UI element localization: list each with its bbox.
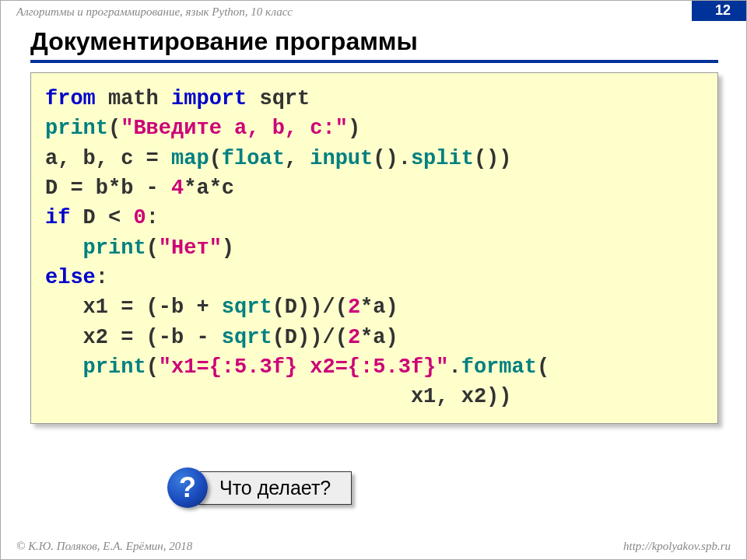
footer-url: http://kpolyakov.spb.ru	[623, 540, 731, 553]
code-block: from math import sqrt print("Введите a, …	[30, 72, 718, 424]
question-row: ? Что делает?	[167, 467, 352, 508]
page-number: 12	[715, 2, 731, 19]
code-line-5: if D < 0:	[45, 203, 703, 233]
code-line-3: a, b, c = map(float, input().split())	[45, 144, 703, 173]
code-line-11: x1, x2))	[45, 382, 703, 411]
code-line-4: D = b*b - 4*a*c	[45, 173, 703, 203]
code-line-7: else:	[45, 263, 703, 292]
title-underline	[30, 60, 718, 63]
code-line-6: print("Нет")	[45, 233, 703, 263]
code-line-8: x1 = (-b + sqrt(D))/(2*a)	[45, 292, 703, 322]
footer-copyright: © К.Ю. Поляков, Е.А. Ерёмин, 2018	[16, 540, 192, 553]
question-text: Что делает?	[198, 471, 352, 505]
course-label: Алгоритмы и программирование, язык Pytho…	[16, 5, 293, 19]
question-mark-icon: ?	[167, 467, 208, 508]
code-line-1: from math import sqrt	[45, 84, 703, 114]
code-line-2: print("Введите a, b, c:")	[45, 114, 703, 143]
slide: 12 Алгоритмы и программирование, язык Py…	[0, 0, 747, 560]
code-line-9: x2 = (-b - sqrt(D))/(2*a)	[45, 323, 703, 352]
code-line-10: print("x1={:5.3f} x2={:5.3f}".format(	[45, 352, 703, 382]
page-title: Документирование программы	[30, 27, 418, 56]
